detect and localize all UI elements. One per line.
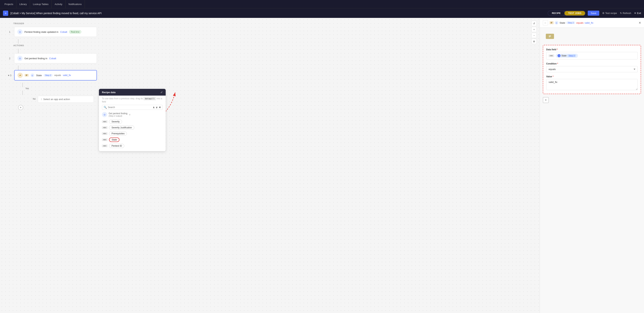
select-action-divider-icon: ⁝ (41, 98, 42, 100)
exit-button[interactable]: ✕ Exit (634, 12, 641, 14)
add-condition-button[interactable]: + (543, 97, 549, 103)
step-2-number: 2 (8, 57, 12, 60)
step2-header: ◎ Get pentest finding (Step 2 output) ∨ (99, 111, 166, 118)
test-recipe-button[interactable]: ⚙ Test recipe (602, 12, 617, 14)
datapill-tag: datapill (144, 97, 156, 100)
abc-badge: ABC (102, 138, 108, 141)
step-3-number: ▾ 3 (8, 74, 12, 77)
expand-icon[interactable]: ⤢ (160, 91, 163, 94)
value-required: * (553, 75, 554, 78)
nav-projects[interactable]: Projects (4, 0, 16, 8)
step-2-cobalt-link[interactable]: Cobalt (49, 57, 56, 60)
recipe-popup-subtitle: To use data from a previous step, drag i… (99, 96, 166, 104)
search-close-icon[interactable]: ✕ (159, 106, 161, 109)
abc-badge: ABC (102, 132, 108, 135)
zoom-in-btn[interactable]: + (532, 27, 537, 32)
search-down-icon[interactable]: ∨ (156, 106, 158, 109)
step-2-card[interactable]: ◎ Get pentest finding in Cobalt (14, 53, 97, 63)
list-item[interactable]: ABC Severity (102, 119, 163, 125)
canvas-controls: ↺ + − ⊕ (532, 21, 537, 44)
data-field-label: Data field * (546, 48, 638, 51)
nav-notifications[interactable]: Notifications (66, 0, 85, 8)
panel-breadcrumb: IF ◎ State Step 2 equals valid_fix (550, 21, 593, 24)
pentest-id-item[interactable]: Pentest ID (109, 144, 124, 148)
recipe-search-box: 🔍 ∧ ∨ ✕ (102, 105, 163, 110)
realtime-badge: Real-time (69, 30, 81, 34)
step-3-equals: equals (54, 74, 61, 76)
connector-1-2 (18, 39, 18, 44)
state-item[interactable]: State (109, 138, 120, 142)
prerequisites-item[interactable]: Prerequisites (109, 132, 127, 136)
abc-badge: ABC (102, 120, 108, 123)
step2-chevron-icon[interactable]: ∨ (129, 113, 131, 116)
if-tag: IF (24, 74, 29, 76)
refresh-icon: ↻ (620, 12, 622, 14)
step-2-text: Get pentest finding in (24, 57, 47, 60)
if-section: IF (543, 31, 641, 42)
nav-library[interactable]: Library (16, 0, 30, 8)
add-step-button[interactable]: + (18, 105, 23, 110)
select-action-card[interactable]: ⁝ Select an app and action (38, 96, 94, 103)
step-3-card[interactable]: ⇄ IF ◎ State Step 2 equals valid_fix (14, 70, 97, 80)
step-1: 1 ◎ Pentest finding state updated in Cob… (8, 27, 97, 37)
nav-activity[interactable]: Activity (52, 0, 66, 8)
zoom-out-btn[interactable]: − (532, 33, 537, 38)
tab-recipe[interactable]: RECIPE (548, 11, 564, 16)
step-3-state: State (36, 74, 42, 77)
recipe-popup-title: Recipe data (102, 91, 116, 94)
yes-connector-2 (22, 90, 23, 95)
value-input[interactable]: valid_fix (546, 79, 638, 90)
condition-select[interactable]: equals (546, 66, 638, 72)
target-btn[interactable]: ⊕ (532, 39, 537, 44)
step2-title: Get pentest finding (109, 112, 128, 115)
recipe-search-input[interactable] (108, 106, 152, 108)
tab-test-jobs[interactable]: TEST JOBS (564, 11, 585, 16)
severity-item[interactable]: Severity (109, 120, 122, 124)
data-field-state-text: State (561, 54, 566, 57)
workflow: TRIGGER 1 ◎ Pentest finding state update… (0, 18, 104, 114)
select-action-text: Select an app and action (43, 98, 70, 100)
header-actions: Save ⚙ Test recipe ↻ Refresh ✕ Exit (588, 10, 641, 16)
recipe-popup-header: Recipe data ⤢ (99, 89, 166, 96)
breadcrumb-step: Step 2 (566, 22, 575, 24)
gear-icon: ⚙ (602, 12, 604, 14)
condition-block: Data field * ABC ◎ State Step 2 Conditio… (543, 45, 641, 94)
step-1-number: 1 (8, 30, 12, 33)
branches: Yes No ⁝ Select an app and action (22, 83, 97, 103)
step-3-value: valid_fix (63, 74, 71, 76)
severity-justification-item[interactable]: Severity Justification (109, 126, 134, 130)
step-3: ▾ 3 ⇄ IF ◎ State Step 2 equals valid_fix (8, 70, 97, 80)
refresh-canvas-btn[interactable]: ↺ (532, 21, 537, 26)
breadcrumb-cobalt-icon: ◎ (555, 21, 558, 24)
right-panel-header: ← IF ◎ State Step 2 equals valid_fix ✕ (540, 18, 644, 28)
panel-back-button[interactable]: ← (543, 20, 548, 25)
step-3-icon: ⇄ (18, 73, 23, 78)
list-item[interactable]: ABC Severity Justification (102, 125, 163, 130)
refresh-button[interactable]: ↻ Refresh (620, 12, 631, 14)
recipe-items-list: ABC Severity ABC Severity Justification … (99, 118, 166, 151)
save-button[interactable]: Save (588, 10, 599, 16)
list-item[interactable]: ABC Prerequisites (102, 130, 163, 136)
header-bar: ≡ [Cobalt > My Service] When pentest fin… (0, 8, 644, 18)
top-navigation: Projects Library Lookup Tables Activity … (0, 0, 644, 8)
panel-close-button[interactable]: ✕ (638, 21, 641, 24)
list-item[interactable]: ABC State (102, 136, 163, 143)
no-branch: No ⁝ Select an app and action (30, 96, 97, 103)
step-1-cobalt-link[interactable]: Cobalt (60, 30, 67, 33)
yes-label: Yes (25, 87, 97, 90)
value-label: Value * (546, 75, 638, 78)
list-item[interactable]: ABC Pentest ID (102, 143, 163, 149)
search-icon: 🔍 (104, 106, 107, 109)
search-up-icon[interactable]: ∧ (153, 106, 155, 109)
no-row: No ⁝ Select an app and action (30, 96, 97, 103)
step-2-icon: ◎ (17, 56, 22, 61)
data-field-box[interactable]: ABC ◎ State Step 2 (546, 52, 638, 60)
actions-label: ACTIONS (14, 44, 97, 46)
nav-lookup-tables[interactable]: Lookup Tables (30, 0, 52, 8)
data-field-pill: ◎ State Step 2 (556, 54, 578, 58)
step-3-step-tag: Step 2 (44, 74, 52, 76)
step2-subtitle: (Step 2 output) (109, 115, 128, 117)
step-1-card[interactable]: ◎ Pentest finding state updated in Cobal… (14, 27, 97, 37)
tab-group: RECIPE TEST JOBS (548, 10, 586, 16)
if-label: IF (546, 34, 554, 39)
